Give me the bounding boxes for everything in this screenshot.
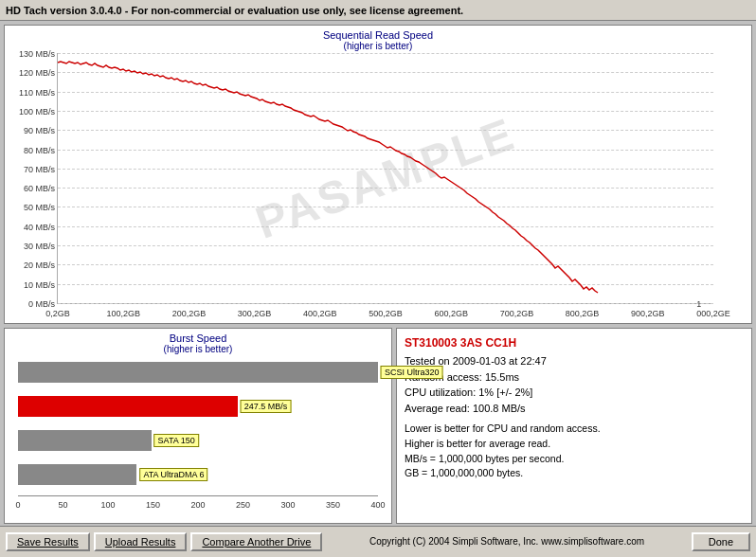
burst-chart: Burst Speed (higher is better) SCSI Ultr… (4, 328, 392, 524)
footer-left-buttons: Save Results Upload Results Compare Anot… (6, 532, 322, 551)
seq-chart-svg (58, 53, 713, 303)
burst-bar-1-fill: SCSI Ultra320 (18, 362, 378, 383)
burst-xtick-150: 150 (146, 500, 160, 510)
burst-xtick-0: 0 (15, 500, 20, 510)
info-panel: ST310003 3AS CC1H Tested on 2009-01-03 a… (396, 328, 752, 524)
burst-bar-3: SATA 150 (18, 427, 378, 454)
title-text: HD Tach version 3.0.4.0 - For non-commer… (6, 5, 463, 16)
burst-xtick-50: 50 (58, 500, 67, 510)
burst-bar-2: 247.5 MB/s (18, 393, 378, 420)
burst-bar-1-label: SCSI Ultra320 (381, 366, 443, 379)
info-line-3: Average read: 100.8 MB/s (405, 401, 744, 417)
seq-chart-subtitle: (higher is better) (5, 41, 751, 51)
burst-xtick-250: 250 (236, 500, 250, 510)
drive-name: ST310003 3AS CC1H (405, 334, 744, 351)
burst-bar-4: ATA UltraDMA 6 (18, 461, 378, 488)
seq-chart: Sequential Read Speed (higher is better)… (4, 25, 752, 324)
burst-bars-area: SCSI Ultra320 247.5 MB/s SATA 150 (18, 359, 378, 496)
burst-xtick-300: 300 (280, 500, 295, 510)
burst-bar-3-fill: SATA 150 (18, 430, 152, 451)
burst-xtick-350: 350 (326, 500, 340, 510)
burst-xtick-200: 200 (190, 500, 205, 510)
info-line-2: CPU utilization: 1% [+/- 2%] (405, 385, 744, 401)
done-button[interactable]: Done (692, 532, 750, 551)
burst-bar-3-label: SATA 150 (154, 434, 199, 447)
bottom-section: Burst Speed (higher is better) SCSI Ultr… (4, 328, 752, 524)
footer: Save Results Upload Results Compare Anot… (0, 526, 756, 557)
compare-drive-button[interactable]: Compare Another Drive (190, 532, 322, 551)
burst-bar-2-label: 247.5 MB/s (241, 400, 292, 413)
burst-x-axis: 0 50 100 150 200 250 300 350 400 (18, 495, 378, 496)
burst-bar-4-label: ATA UltraDMA 6 (139, 468, 207, 481)
burst-bar-1: SCSI Ultra320 (18, 359, 378, 386)
info-line-1: Random access: 15.5ms (405, 369, 744, 386)
title-bar: HD Tach version 3.0.4.0 - For non-commer… (0, 0, 756, 21)
burst-bar-4-fill: ATA UltraDMA 6 (18, 464, 136, 485)
burst-xtick-400: 400 (370, 500, 385, 510)
info-note-2: MB/s = 1,000,000 bytes per second. (405, 452, 744, 467)
burst-chart-title: Burst Speed (9, 332, 387, 344)
burst-bar-2-fill: 247.5 MB/s (18, 396, 238, 417)
info-note-0: Lower is better for CPU and random acces… (405, 422, 744, 437)
footer-copyright: Copyright (C) 2004 Simpli Software, Inc.… (322, 536, 691, 547)
info-note-3: GB = 1,000,000,000 bytes. (405, 466, 744, 481)
upload-results-button[interactable]: Upload Results (94, 532, 188, 551)
seq-chart-area: 130 MB/s 120 MB/s 110 MB/s 100 MB/s 90 M… (57, 53, 713, 304)
save-results-button[interactable]: Save Results (6, 532, 90, 551)
info-line-0: Tested on 2009-01-03 at 22:47 (405, 353, 744, 369)
burst-chart-subtitle: (higher is better) (9, 344, 387, 354)
main-container: Sequential Read Speed (higher is better)… (0, 21, 756, 557)
info-note-1: Higher is better for average read. (405, 437, 744, 452)
burst-xtick-100: 100 (100, 500, 115, 510)
seq-chart-title: Sequential Read Speed (5, 26, 751, 41)
